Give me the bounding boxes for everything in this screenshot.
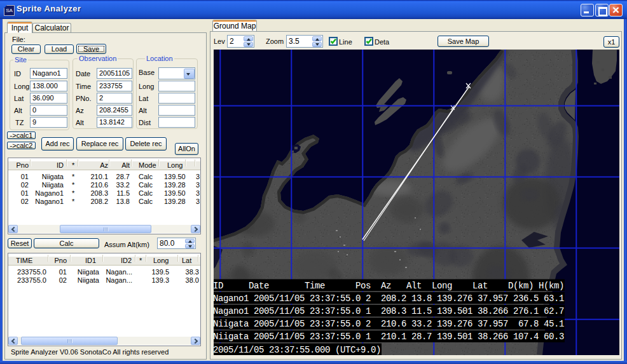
svg-text:Niigata 2005/11/05 23:37:55.0: Niigata 2005/11/05 23:37:55.0 1 210.1 28… [214,332,564,342]
svg-text:2005/11/05 23:37:55.000 (UTC+9: 2005/11/05 23:37:55.000 (UTC+9.0) [214,345,381,355]
svg-text:Niigata 2005/11/05 23:37:55.0: Niigata 2005/11/05 23:37:55.0 2 210.6 33… [214,319,564,329]
svg-text:ID Date Time Po: ID Date Time Pos Az Alt Long Lat D(km) H… [214,281,564,291]
svg-text:Nagano1 2005/11/05 23:37:55.0: Nagano1 2005/11/05 23:37:55.0 1 208.3 11… [214,306,564,316]
svg-text:Nagano1 2005/11/05 23:37:55.0: Nagano1 2005/11/05 23:37:55.0 2 208.2 13… [214,293,564,304]
